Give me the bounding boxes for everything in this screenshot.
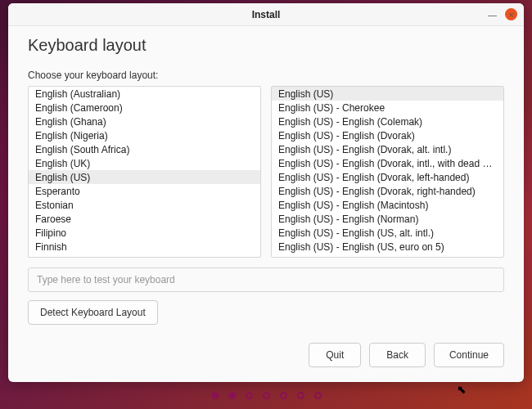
list-item[interactable]: Estonian <box>29 198 260 212</box>
list-item[interactable]: English (US) <box>29 170 260 184</box>
list-item[interactable]: English (US) - English (Dvorak, intl., w… <box>272 156 503 170</box>
progress-dot <box>297 392 304 399</box>
continue-button[interactable]: Continue <box>434 343 504 367</box>
list-item[interactable]: English (Nigeria) <box>29 128 260 142</box>
list-item[interactable]: English (US) - English (Dvorak) <box>272 128 503 142</box>
list-item[interactable]: English (US) - English (Dvorak, left-han… <box>272 170 503 184</box>
list-item[interactable]: Finnish <box>29 240 260 254</box>
list-item[interactable]: Filipino <box>29 226 260 240</box>
list-item[interactable]: French <box>29 254 260 258</box>
content-area: Keyboard layout Choose your keyboard lay… <box>8 26 524 330</box>
list-item[interactable]: English (US) - English (Macintosh) <box>272 198 503 212</box>
variant-list[interactable]: English (US)English (US) - CherokeeEngli… <box>271 86 504 258</box>
list-item[interactable]: English (US) - English (Dvorak, alt. int… <box>272 142 503 156</box>
close-icon: × <box>508 10 513 20</box>
progress-dot <box>211 392 219 399</box>
progress-dot <box>314 392 322 399</box>
window-title: Install <box>8 9 524 20</box>
progress-dot <box>246 392 253 399</box>
layout-lists: English (Australian)English (Cameroon)En… <box>28 86 504 258</box>
footer-buttons: Quit Back Continue <box>8 330 524 367</box>
back-button[interactable]: Back <box>369 343 426 367</box>
list-item[interactable]: English (Australian) <box>29 87 260 101</box>
quit-button[interactable]: Quit <box>309 343 361 367</box>
progress-dot <box>228 392 236 399</box>
list-item[interactable]: English (US) - English (US, alt. intl.) <box>272 226 503 240</box>
list-item[interactable]: English (Cameroon) <box>29 101 260 115</box>
list-item[interactable]: English (US) - Cherokee <box>272 101 503 115</box>
close-button[interactable]: × <box>505 8 517 20</box>
list-item[interactable]: English (US) <box>272 87 503 101</box>
progress-dot <box>263 392 270 399</box>
minimize-button[interactable]: — <box>488 10 497 20</box>
language-list[interactable]: English (Australian)English (Cameroon)En… <box>28 86 261 258</box>
window-controls: — × <box>488 8 517 20</box>
list-item[interactable]: Esperanto <box>29 184 260 198</box>
list-item[interactable]: English (US) - English (US, euro on 5) <box>272 240 503 254</box>
progress-dot <box>280 392 287 399</box>
keyboard-test-input[interactable] <box>28 267 504 292</box>
titlebar: Install — × <box>8 3 524 26</box>
list-item[interactable]: English (US) - English (Colemak) <box>272 115 503 128</box>
page-title: Keyboard layout <box>28 36 504 55</box>
installer-window: Install — × Keyboard layout Choose your … <box>8 3 524 382</box>
list-item[interactable]: English (US) - English (Norman) <box>272 212 503 226</box>
list-item[interactable]: English (US) - English (US, intl., with … <box>272 254 503 258</box>
list-item[interactable]: Faroese <box>29 212 260 226</box>
prompt-text: Choose your keyboard layout: <box>28 70 504 81</box>
list-item[interactable]: English (US) - English (Dvorak, right-ha… <box>272 184 503 198</box>
list-item[interactable]: English (Ghana) <box>29 115 260 128</box>
list-item[interactable]: English (South Africa) <box>29 142 260 156</box>
progress-dots <box>0 392 532 399</box>
list-item[interactable]: English (UK) <box>29 156 260 170</box>
detect-layout-button[interactable]: Detect Keyboard Layout <box>28 300 158 325</box>
